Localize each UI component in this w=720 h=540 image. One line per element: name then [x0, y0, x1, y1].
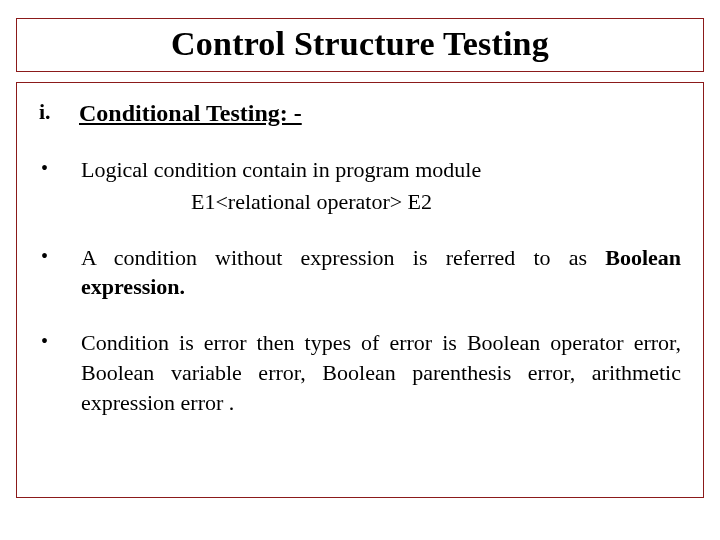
- bullet-content: Logical condition contain in program mod…: [81, 155, 681, 216]
- heading-text: Conditional Testing: -: [79, 97, 681, 129]
- bullet-text: Logical condition contain in program mod…: [81, 157, 481, 182]
- bullet-text-prefix: A condition without expression is referr…: [81, 245, 605, 270]
- bullet-marker: •: [39, 155, 81, 182]
- bullet-content: Condition is error then types of error i…: [81, 328, 681, 417]
- heading-row: i. Conditional Testing: -: [39, 97, 681, 129]
- slide: Control Structure Testing i. Conditional…: [0, 0, 720, 540]
- bullet-formula: E1<relational operator> E2: [81, 187, 681, 217]
- bullet-row: • Logical condition contain in program m…: [39, 155, 681, 216]
- body-box: i. Conditional Testing: - • Logical cond…: [16, 82, 704, 498]
- title-box: Control Structure Testing: [16, 18, 704, 72]
- bullet-content: A condition without expression is referr…: [81, 243, 681, 302]
- bullet-marker: •: [39, 243, 81, 270]
- bullet-text: Condition is error then types of error i…: [81, 330, 681, 414]
- heading-marker: i.: [39, 97, 79, 127]
- bullet-row: • Condition is error then types of error…: [39, 328, 681, 417]
- bullet-row: • A condition without expression is refe…: [39, 243, 681, 302]
- slide-title: Control Structure Testing: [17, 25, 703, 63]
- bullet-marker: •: [39, 328, 81, 355]
